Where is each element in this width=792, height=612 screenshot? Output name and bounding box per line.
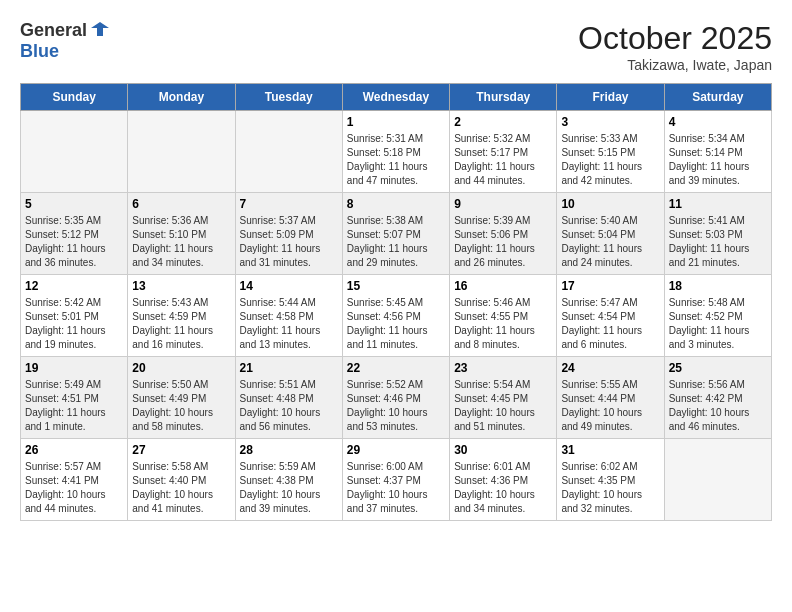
col-monday: Monday bbox=[128, 84, 235, 111]
day-info: Sunrise: 5:55 AM Sunset: 4:44 PM Dayligh… bbox=[561, 378, 659, 434]
table-row: 31Sunrise: 6:02 AM Sunset: 4:35 PM Dayli… bbox=[557, 439, 664, 521]
day-info: Sunrise: 6:01 AM Sunset: 4:36 PM Dayligh… bbox=[454, 460, 552, 516]
logo-bird-icon bbox=[89, 18, 111, 40]
day-info: Sunrise: 5:46 AM Sunset: 4:55 PM Dayligh… bbox=[454, 296, 552, 352]
day-number: 30 bbox=[454, 443, 552, 457]
table-row: 26Sunrise: 5:57 AM Sunset: 4:41 PM Dayli… bbox=[21, 439, 128, 521]
table-row: 11Sunrise: 5:41 AM Sunset: 5:03 PM Dayli… bbox=[664, 193, 771, 275]
day-number: 26 bbox=[25, 443, 123, 457]
table-row: 17Sunrise: 5:47 AM Sunset: 4:54 PM Dayli… bbox=[557, 275, 664, 357]
table-row: 28Sunrise: 5:59 AM Sunset: 4:38 PM Dayli… bbox=[235, 439, 342, 521]
day-info: Sunrise: 5:42 AM Sunset: 5:01 PM Dayligh… bbox=[25, 296, 123, 352]
day-info: Sunrise: 5:35 AM Sunset: 5:12 PM Dayligh… bbox=[25, 214, 123, 270]
day-info: Sunrise: 5:38 AM Sunset: 5:07 PM Dayligh… bbox=[347, 214, 445, 270]
calendar-week-row: 5Sunrise: 5:35 AM Sunset: 5:12 PM Daylig… bbox=[21, 193, 772, 275]
day-number: 31 bbox=[561, 443, 659, 457]
table-row: 7Sunrise: 5:37 AM Sunset: 5:09 PM Daylig… bbox=[235, 193, 342, 275]
day-info: Sunrise: 6:02 AM Sunset: 4:35 PM Dayligh… bbox=[561, 460, 659, 516]
table-row bbox=[235, 111, 342, 193]
day-info: Sunrise: 5:37 AM Sunset: 5:09 PM Dayligh… bbox=[240, 214, 338, 270]
table-row: 27Sunrise: 5:58 AM Sunset: 4:40 PM Dayli… bbox=[128, 439, 235, 521]
day-info: Sunrise: 5:45 AM Sunset: 4:56 PM Dayligh… bbox=[347, 296, 445, 352]
table-row: 14Sunrise: 5:44 AM Sunset: 4:58 PM Dayli… bbox=[235, 275, 342, 357]
day-number: 18 bbox=[669, 279, 767, 293]
table-row: 25Sunrise: 5:56 AM Sunset: 4:42 PM Dayli… bbox=[664, 357, 771, 439]
day-number: 7 bbox=[240, 197, 338, 211]
col-sunday: Sunday bbox=[21, 84, 128, 111]
day-number: 10 bbox=[561, 197, 659, 211]
table-row: 3Sunrise: 5:33 AM Sunset: 5:15 PM Daylig… bbox=[557, 111, 664, 193]
day-number: 22 bbox=[347, 361, 445, 375]
col-wednesday: Wednesday bbox=[342, 84, 449, 111]
day-number: 12 bbox=[25, 279, 123, 293]
svg-marker-0 bbox=[91, 22, 109, 36]
day-number: 23 bbox=[454, 361, 552, 375]
day-number: 19 bbox=[25, 361, 123, 375]
day-number: 11 bbox=[669, 197, 767, 211]
col-friday: Friday bbox=[557, 84, 664, 111]
table-row: 1Sunrise: 5:31 AM Sunset: 5:18 PM Daylig… bbox=[342, 111, 449, 193]
day-info: Sunrise: 5:57 AM Sunset: 4:41 PM Dayligh… bbox=[25, 460, 123, 516]
day-number: 2 bbox=[454, 115, 552, 129]
day-info: Sunrise: 5:49 AM Sunset: 4:51 PM Dayligh… bbox=[25, 378, 123, 434]
logo-blue-text: Blue bbox=[20, 41, 59, 61]
table-row: 23Sunrise: 5:54 AM Sunset: 4:45 PM Dayli… bbox=[450, 357, 557, 439]
table-row: 6Sunrise: 5:36 AM Sunset: 5:10 PM Daylig… bbox=[128, 193, 235, 275]
table-row: 2Sunrise: 5:32 AM Sunset: 5:17 PM Daylig… bbox=[450, 111, 557, 193]
day-info: Sunrise: 5:58 AM Sunset: 4:40 PM Dayligh… bbox=[132, 460, 230, 516]
logo: General Blue bbox=[20, 20, 111, 62]
table-row: 13Sunrise: 5:43 AM Sunset: 4:59 PM Dayli… bbox=[128, 275, 235, 357]
day-info: Sunrise: 6:00 AM Sunset: 4:37 PM Dayligh… bbox=[347, 460, 445, 516]
table-row: 22Sunrise: 5:52 AM Sunset: 4:46 PM Dayli… bbox=[342, 357, 449, 439]
day-number: 3 bbox=[561, 115, 659, 129]
day-info: Sunrise: 5:51 AM Sunset: 4:48 PM Dayligh… bbox=[240, 378, 338, 434]
day-number: 4 bbox=[669, 115, 767, 129]
table-row: 30Sunrise: 6:01 AM Sunset: 4:36 PM Dayli… bbox=[450, 439, 557, 521]
day-info: Sunrise: 5:54 AM Sunset: 4:45 PM Dayligh… bbox=[454, 378, 552, 434]
table-row bbox=[664, 439, 771, 521]
day-info: Sunrise: 5:36 AM Sunset: 5:10 PM Dayligh… bbox=[132, 214, 230, 270]
day-info: Sunrise: 5:33 AM Sunset: 5:15 PM Dayligh… bbox=[561, 132, 659, 188]
day-info: Sunrise: 5:41 AM Sunset: 5:03 PM Dayligh… bbox=[669, 214, 767, 270]
day-number: 28 bbox=[240, 443, 338, 457]
title-block: October 2025 Takizawa, Iwate, Japan bbox=[578, 20, 772, 73]
calendar-header-row: Sunday Monday Tuesday Wednesday Thursday… bbox=[21, 84, 772, 111]
month-title: October 2025 bbox=[578, 20, 772, 57]
table-row: 21Sunrise: 5:51 AM Sunset: 4:48 PM Dayli… bbox=[235, 357, 342, 439]
day-number: 24 bbox=[561, 361, 659, 375]
table-row: 9Sunrise: 5:39 AM Sunset: 5:06 PM Daylig… bbox=[450, 193, 557, 275]
day-info: Sunrise: 5:32 AM Sunset: 5:17 PM Dayligh… bbox=[454, 132, 552, 188]
day-number: 13 bbox=[132, 279, 230, 293]
table-row: 8Sunrise: 5:38 AM Sunset: 5:07 PM Daylig… bbox=[342, 193, 449, 275]
col-saturday: Saturday bbox=[664, 84, 771, 111]
col-tuesday: Tuesday bbox=[235, 84, 342, 111]
day-info: Sunrise: 5:52 AM Sunset: 4:46 PM Dayligh… bbox=[347, 378, 445, 434]
day-number: 16 bbox=[454, 279, 552, 293]
day-info: Sunrise: 5:39 AM Sunset: 5:06 PM Dayligh… bbox=[454, 214, 552, 270]
table-row: 24Sunrise: 5:55 AM Sunset: 4:44 PM Dayli… bbox=[557, 357, 664, 439]
table-row: 16Sunrise: 5:46 AM Sunset: 4:55 PM Dayli… bbox=[450, 275, 557, 357]
table-row: 29Sunrise: 6:00 AM Sunset: 4:37 PM Dayli… bbox=[342, 439, 449, 521]
calendar-week-row: 26Sunrise: 5:57 AM Sunset: 4:41 PM Dayli… bbox=[21, 439, 772, 521]
table-row: 19Sunrise: 5:49 AM Sunset: 4:51 PM Dayli… bbox=[21, 357, 128, 439]
day-info: Sunrise: 5:44 AM Sunset: 4:58 PM Dayligh… bbox=[240, 296, 338, 352]
table-row: 18Sunrise: 5:48 AM Sunset: 4:52 PM Dayli… bbox=[664, 275, 771, 357]
day-number: 21 bbox=[240, 361, 338, 375]
table-row bbox=[21, 111, 128, 193]
table-row: 10Sunrise: 5:40 AM Sunset: 5:04 PM Dayli… bbox=[557, 193, 664, 275]
day-info: Sunrise: 5:56 AM Sunset: 4:42 PM Dayligh… bbox=[669, 378, 767, 434]
day-info: Sunrise: 5:48 AM Sunset: 4:52 PM Dayligh… bbox=[669, 296, 767, 352]
day-number: 5 bbox=[25, 197, 123, 211]
day-number: 1 bbox=[347, 115, 445, 129]
table-row bbox=[128, 111, 235, 193]
table-row: 5Sunrise: 5:35 AM Sunset: 5:12 PM Daylig… bbox=[21, 193, 128, 275]
day-number: 6 bbox=[132, 197, 230, 211]
day-number: 8 bbox=[347, 197, 445, 211]
day-number: 25 bbox=[669, 361, 767, 375]
day-info: Sunrise: 5:34 AM Sunset: 5:14 PM Dayligh… bbox=[669, 132, 767, 188]
table-row: 20Sunrise: 5:50 AM Sunset: 4:49 PM Dayli… bbox=[128, 357, 235, 439]
calendar-week-row: 12Sunrise: 5:42 AM Sunset: 5:01 PM Dayli… bbox=[21, 275, 772, 357]
calendar-week-row: 1Sunrise: 5:31 AM Sunset: 5:18 PM Daylig… bbox=[21, 111, 772, 193]
table-row: 4Sunrise: 5:34 AM Sunset: 5:14 PM Daylig… bbox=[664, 111, 771, 193]
day-info: Sunrise: 5:31 AM Sunset: 5:18 PM Dayligh… bbox=[347, 132, 445, 188]
